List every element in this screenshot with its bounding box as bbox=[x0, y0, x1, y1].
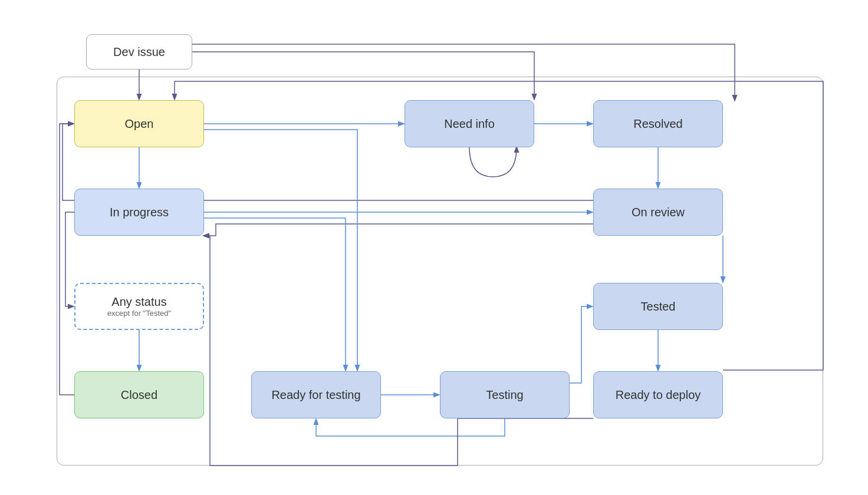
node-closed: Closed bbox=[74, 371, 204, 418]
diagram-container: Dev issue Open In progress Any status ex… bbox=[27, 18, 841, 477]
node-resolved: Resolved bbox=[593, 100, 723, 147]
node-open: Open bbox=[74, 100, 204, 147]
node-need-info: Need info bbox=[405, 100, 534, 147]
node-on-review: On review bbox=[593, 189, 723, 236]
node-any-status: Any status except for "Tested" bbox=[74, 283, 204, 330]
node-dev-issue: Dev issue bbox=[86, 34, 192, 70]
node-tested: Tested bbox=[593, 283, 723, 330]
node-in-progress: In progress bbox=[74, 189, 204, 236]
node-ready-for-testing: Ready for testing bbox=[251, 371, 381, 418]
node-ready-to-deploy: Ready to deploy bbox=[593, 371, 723, 418]
node-testing: Testing bbox=[440, 371, 570, 418]
